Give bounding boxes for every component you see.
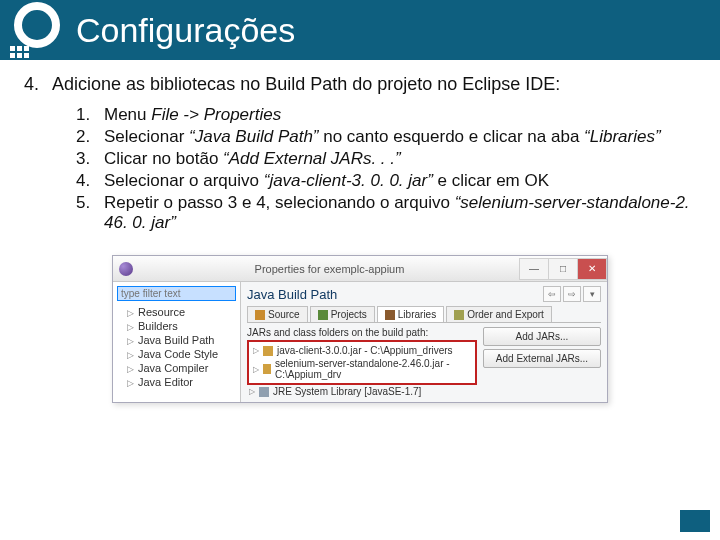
dialog-sidebar: ▷Resource▷Builders▷Java Build Path▷Java … [113, 282, 241, 402]
close-button[interactable]: ✕ [577, 258, 607, 280]
minimize-button[interactable]: — [519, 258, 549, 280]
filter-input[interactable] [117, 286, 236, 301]
substep: 2.Selecionar “Java Build Path” no canto … [76, 127, 696, 147]
main-step-num: 4. [24, 74, 48, 95]
properties-dialog: Properties for exemplc-appium — □ ✕ ▷Res… [112, 255, 608, 403]
tree-item[interactable]: ▷Resource [117, 305, 236, 319]
add-jars-button[interactable]: Add JARs... [483, 327, 601, 346]
tree-item[interactable]: ▷Java Build Path [117, 333, 236, 347]
tree-item[interactable]: ▷Java Compiler [117, 361, 236, 375]
main-step-text: Adicione as bibliotecas no Build Path do… [52, 74, 560, 94]
jre-entry[interactable]: ▷ JRE System Library [JavaSE-1.7] [247, 385, 477, 398]
substep: 4.Selecionar o arquivo “java-client-3. 0… [76, 171, 696, 191]
tab-libraries[interactable]: Libraries [377, 306, 444, 322]
add-external-jars-button[interactable]: Add External JARs... [483, 349, 601, 368]
substep: 5.Repetir o passo 3 e 4, selecionando o … [76, 193, 696, 233]
substep: 1.Menu File -> Properties [76, 105, 696, 125]
logo [10, 2, 66, 58]
slide-content: 4. Adicione as bibliotecas no Build Path… [0, 60, 720, 403]
jar-entry[interactable]: ▷java-client-3.0.0.jar - C:\Appium_drive… [251, 344, 473, 357]
dialog-titlebar: Properties for exemplc-appium — □ ✕ [113, 256, 607, 282]
page-indicator [680, 510, 710, 532]
tab-source[interactable]: Source [247, 306, 308, 322]
section-title: Java Build Path [247, 287, 337, 302]
library-icon [259, 387, 269, 397]
slide-title: Configurações [76, 11, 295, 50]
forward-button[interactable]: ⇨ [563, 286, 581, 302]
menu-button[interactable]: ▾ [583, 286, 601, 302]
jar-entry[interactable]: ▷selenium-server-standalone-2.46.0.jar -… [251, 357, 473, 381]
list-label: JARs and class folders on the build path… [247, 327, 477, 338]
window-buttons: — □ ✕ [520, 258, 607, 280]
jar-icon [263, 346, 273, 356]
dialog-main: Java Build Path ⇦ ⇨ ▾ Source Projects Li… [241, 282, 607, 402]
dialog-title-text: Properties for exemplc-appium [139, 263, 520, 275]
substeps-list: 1.Menu File -> Properties2.Selecionar “J… [24, 105, 696, 233]
main-step: 4. Adicione as bibliotecas no Build Path… [24, 74, 696, 95]
back-button[interactable]: ⇦ [543, 286, 561, 302]
tree-item[interactable]: ▷Java Editor [117, 375, 236, 389]
slide-header: Configurações [0, 0, 720, 60]
jar-list-highlight: ▷java-client-3.0.0.jar - C:\Appium_drive… [247, 340, 477, 385]
tree-item[interactable]: ▷Builders [117, 319, 236, 333]
tree-item[interactable]: ▷Java Code Style [117, 347, 236, 361]
eclipse-icon [119, 262, 133, 276]
maximize-button[interactable]: □ [548, 258, 578, 280]
tab-order[interactable]: Order and Export [446, 306, 552, 322]
tab-projects[interactable]: Projects [310, 306, 375, 322]
substep: 3.Clicar no botão “Add External JARs. . … [76, 149, 696, 169]
jar-icon [263, 364, 271, 374]
tabs: Source Projects Libraries Order and Expo… [247, 306, 601, 323]
